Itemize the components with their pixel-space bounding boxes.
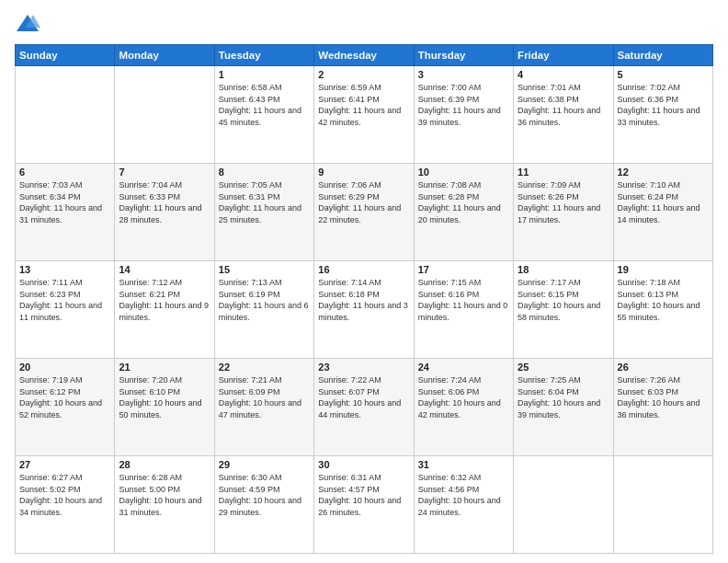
day-number: 29 <box>219 459 310 470</box>
page: SundayMondayTuesdayWednesdayThursdayFrid… <box>0 0 728 563</box>
calendar-cell: 31Sunrise: 6:32 AM Sunset: 4:56 PM Dayli… <box>414 456 513 554</box>
day-info: Sunrise: 6:59 AM Sunset: 6:41 PM Dayligh… <box>318 82 409 128</box>
calendar-cell: 15Sunrise: 7:13 AM Sunset: 6:19 PM Dayli… <box>214 261 313 359</box>
calendar-cell: 17Sunrise: 7:15 AM Sunset: 6:16 PM Dayli… <box>414 261 513 359</box>
day-info: Sunrise: 7:05 AM Sunset: 6:31 PM Dayligh… <box>219 179 310 225</box>
day-info: Sunrise: 7:20 AM Sunset: 6:10 PM Dayligh… <box>119 374 210 420</box>
calendar-cell: 5Sunrise: 7:02 AM Sunset: 6:36 PM Daylig… <box>613 66 712 164</box>
day-number: 11 <box>518 167 609 178</box>
day-info: Sunrise: 7:15 AM Sunset: 6:16 PM Dayligh… <box>418 277 509 323</box>
day-info: Sunrise: 7:24 AM Sunset: 6:06 PM Dayligh… <box>418 374 509 420</box>
calendar-cell: 14Sunrise: 7:12 AM Sunset: 6:21 PM Dayli… <box>115 261 214 359</box>
day-number: 9 <box>318 167 409 178</box>
day-number: 23 <box>318 362 409 373</box>
calendar-cell: 26Sunrise: 7:26 AM Sunset: 6:03 PM Dayli… <box>613 359 712 456</box>
day-info: Sunrise: 7:25 AM Sunset: 6:04 PM Dayligh… <box>518 374 609 420</box>
calendar-cell: 28Sunrise: 6:28 AM Sunset: 5:00 PM Dayli… <box>115 456 214 554</box>
weekday-header-row: SundayMondayTuesdayWednesdayThursdayFrid… <box>16 45 713 66</box>
day-info: Sunrise: 7:08 AM Sunset: 6:28 PM Dayligh… <box>418 179 509 225</box>
calendar-cell <box>613 456 712 554</box>
day-number: 30 <box>318 459 409 470</box>
day-number: 19 <box>618 264 709 275</box>
day-number: 4 <box>518 69 609 80</box>
calendar-cell: 19Sunrise: 7:18 AM Sunset: 6:13 PM Dayli… <box>613 261 712 359</box>
day-info: Sunrise: 7:09 AM Sunset: 6:26 PM Dayligh… <box>518 179 609 225</box>
day-number: 14 <box>119 264 210 275</box>
day-number: 12 <box>618 167 709 178</box>
calendar-cell: 29Sunrise: 6:30 AM Sunset: 4:59 PM Dayli… <box>214 456 313 554</box>
day-info: Sunrise: 7:21 AM Sunset: 6:09 PM Dayligh… <box>219 374 310 420</box>
calendar-cell: 9Sunrise: 7:06 AM Sunset: 6:29 PM Daylig… <box>314 164 414 261</box>
calendar-cell: 21Sunrise: 7:20 AM Sunset: 6:10 PM Dayli… <box>115 359 214 456</box>
calendar-cell: 30Sunrise: 6:31 AM Sunset: 4:57 PM Dayli… <box>314 456 414 554</box>
day-number: 17 <box>418 264 509 275</box>
calendar-cell: 10Sunrise: 7:08 AM Sunset: 6:28 PM Dayli… <box>414 164 513 261</box>
day-number: 31 <box>418 459 509 470</box>
calendar-week-row: 6Sunrise: 7:03 AM Sunset: 6:34 PM Daylig… <box>16 164 713 261</box>
day-number: 28 <box>119 459 210 470</box>
calendar-cell <box>16 66 115 164</box>
calendar-cell: 23Sunrise: 7:22 AM Sunset: 6:07 PM Dayli… <box>314 359 414 456</box>
calendar-week-row: 1Sunrise: 6:58 AM Sunset: 6:43 PM Daylig… <box>16 66 713 164</box>
day-number: 10 <box>418 167 509 178</box>
calendar-cell: 2Sunrise: 6:59 AM Sunset: 6:41 PM Daylig… <box>314 66 414 164</box>
day-info: Sunrise: 7:04 AM Sunset: 6:33 PM Dayligh… <box>119 179 210 225</box>
day-info: Sunrise: 6:30 AM Sunset: 4:59 PM Dayligh… <box>219 472 310 518</box>
day-number: 5 <box>618 69 709 80</box>
calendar-cell: 4Sunrise: 7:01 AM Sunset: 6:38 PM Daylig… <box>514 66 613 164</box>
day-number: 18 <box>518 264 609 275</box>
day-info: Sunrise: 7:18 AM Sunset: 6:13 PM Dayligh… <box>618 277 709 323</box>
calendar-cell: 3Sunrise: 7:00 AM Sunset: 6:39 PM Daylig… <box>414 66 513 164</box>
day-info: Sunrise: 7:06 AM Sunset: 6:29 PM Dayligh… <box>318 179 409 225</box>
weekday-header-saturday: Saturday <box>613 45 712 66</box>
day-info: Sunrise: 7:19 AM Sunset: 6:12 PM Dayligh… <box>19 374 110 420</box>
day-info: Sunrise: 7:01 AM Sunset: 6:38 PM Dayligh… <box>518 82 609 128</box>
weekday-header-friday: Friday <box>514 45 613 66</box>
calendar-cell: 27Sunrise: 6:27 AM Sunset: 5:02 PM Dayli… <box>16 456 115 554</box>
logo <box>15 11 44 37</box>
day-info: Sunrise: 6:31 AM Sunset: 4:57 PM Dayligh… <box>318 472 409 518</box>
calendar-cell: 24Sunrise: 7:24 AM Sunset: 6:06 PM Dayli… <box>414 359 513 456</box>
day-number: 16 <box>318 264 409 275</box>
calendar-cell: 20Sunrise: 7:19 AM Sunset: 6:12 PM Dayli… <box>16 359 115 456</box>
day-info: Sunrise: 7:12 AM Sunset: 6:21 PM Dayligh… <box>119 277 210 323</box>
day-number: 22 <box>219 362 310 373</box>
day-info: Sunrise: 7:13 AM Sunset: 6:19 PM Dayligh… <box>219 277 310 323</box>
day-info: Sunrise: 7:11 AM Sunset: 6:23 PM Dayligh… <box>19 277 110 323</box>
day-info: Sunrise: 6:58 AM Sunset: 6:43 PM Dayligh… <box>219 82 310 128</box>
calendar-cell: 8Sunrise: 7:05 AM Sunset: 6:31 PM Daylig… <box>214 164 313 261</box>
calendar-cell <box>115 66 214 164</box>
day-number: 7 <box>119 167 210 178</box>
weekday-header-tuesday: Tuesday <box>214 45 313 66</box>
calendar-cell <box>514 456 613 554</box>
weekday-header-sunday: Sunday <box>16 45 115 66</box>
calendar-cell: 16Sunrise: 7:14 AM Sunset: 6:18 PM Dayli… <box>314 261 414 359</box>
day-info: Sunrise: 6:28 AM Sunset: 5:00 PM Dayligh… <box>119 472 210 518</box>
calendar-week-row: 27Sunrise: 6:27 AM Sunset: 5:02 PM Dayli… <box>16 456 713 554</box>
day-info: Sunrise: 7:00 AM Sunset: 6:39 PM Dayligh… <box>418 82 509 128</box>
logo-icon <box>15 11 40 37</box>
day-info: Sunrise: 7:26 AM Sunset: 6:03 PM Dayligh… <box>618 374 709 420</box>
day-number: 2 <box>318 69 409 80</box>
day-number: 6 <box>19 167 110 178</box>
day-number: 26 <box>618 362 709 373</box>
day-info: Sunrise: 7:14 AM Sunset: 6:18 PM Dayligh… <box>318 277 409 323</box>
calendar-cell: 7Sunrise: 7:04 AM Sunset: 6:33 PM Daylig… <box>115 164 214 261</box>
day-info: Sunrise: 7:22 AM Sunset: 6:07 PM Dayligh… <box>318 374 409 420</box>
weekday-header-thursday: Thursday <box>414 45 513 66</box>
day-info: Sunrise: 7:17 AM Sunset: 6:15 PM Dayligh… <box>518 277 609 323</box>
calendar-week-row: 13Sunrise: 7:11 AM Sunset: 6:23 PM Dayli… <box>16 261 713 359</box>
calendar-table: SundayMondayTuesdayWednesdayThursdayFrid… <box>15 44 713 554</box>
day-number: 15 <box>219 264 310 275</box>
calendar-cell: 1Sunrise: 6:58 AM Sunset: 6:43 PM Daylig… <box>214 66 313 164</box>
day-info: Sunrise: 7:03 AM Sunset: 6:34 PM Dayligh… <box>19 179 110 225</box>
day-number: 1 <box>219 69 310 80</box>
calendar-cell: 13Sunrise: 7:11 AM Sunset: 6:23 PM Dayli… <box>16 261 115 359</box>
day-number: 21 <box>119 362 210 373</box>
day-number: 25 <box>518 362 609 373</box>
weekday-header-monday: Monday <box>115 45 214 66</box>
calendar-cell: 12Sunrise: 7:10 AM Sunset: 6:24 PM Dayli… <box>613 164 712 261</box>
day-number: 3 <box>418 69 509 80</box>
day-info: Sunrise: 7:02 AM Sunset: 6:36 PM Dayligh… <box>618 82 709 128</box>
day-number: 24 <box>418 362 509 373</box>
